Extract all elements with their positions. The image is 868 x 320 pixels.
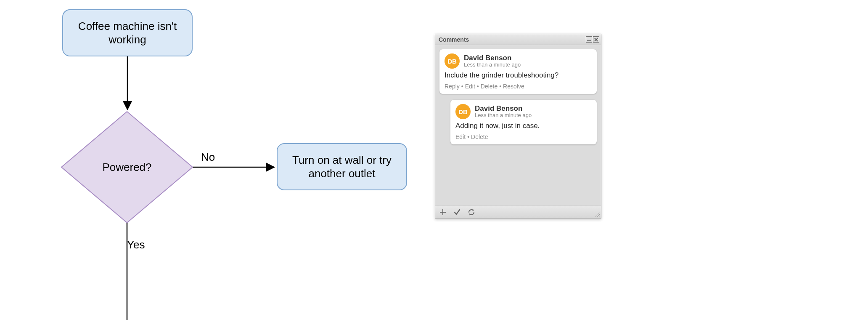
avatar-initials: DB: [458, 108, 468, 115]
comments-body: DB David Benson Less than a minute ago I…: [435, 45, 601, 205]
comments-footer: [435, 205, 601, 219]
refresh-button[interactable]: [467, 208, 476, 216]
flowchart-node-decision[interactable]: Powered?: [61, 111, 193, 223]
comment-actions: Edit•Delete: [455, 133, 592, 140]
svg-line-6: [598, 216, 600, 217]
delete-button[interactable]: Delete: [481, 83, 498, 90]
edit-button[interactable]: Edit: [465, 83, 475, 90]
resize-handle[interactable]: [594, 212, 600, 218]
avatar: DB: [445, 53, 460, 69]
comment-time: Less than a minute ago: [464, 62, 521, 68]
flowchart-node-decision-label: Powered?: [102, 161, 151, 174]
minimize-icon[interactable]: [586, 36, 592, 43]
plus-icon: [439, 209, 446, 216]
comment-time: Less than a minute ago: [475, 112, 532, 119]
svg-line-5: [597, 214, 600, 217]
flowchart-node-start-label: Coffee machine isn't working: [69, 19, 186, 47]
flowchart-node-action-turnon[interactable]: Turn on at wall or try another outlet: [277, 143, 407, 190]
comment-card-reply[interactable]: DB David Benson Less than a minute ago A…: [450, 100, 597, 144]
close-icon[interactable]: [593, 36, 599, 43]
flowchart-node-action-turnon-label: Turn on at wall or try another outlet: [283, 153, 400, 181]
avatar: DB: [455, 104, 471, 119]
check-icon: [453, 208, 461, 216]
comments-panel[interactable]: Comments DB David Benson Less than a min…: [435, 34, 601, 219]
refresh-icon: [468, 208, 475, 216]
flowchart-edge-no-label: No: [201, 151, 215, 164]
comments-title-bar[interactable]: Comments: [435, 34, 601, 45]
comment-text: Adding it now, just in case.: [455, 122, 592, 130]
comment-text: Include the grinder troubleshooting?: [445, 71, 592, 80]
resolve-button[interactable]: Resolve: [503, 83, 524, 90]
add-comment-button[interactable]: [439, 208, 447, 216]
flowchart-node-start[interactable]: Coffee machine isn't working: [62, 9, 193, 56]
comment-actions: Reply•Edit•Delete•Resolve: [445, 83, 592, 90]
resize-grip-icon: [594, 212, 600, 218]
comment-card[interactable]: DB David Benson Less than a minute ago I…: [439, 49, 597, 94]
delete-button[interactable]: Delete: [471, 133, 488, 140]
comment-author: David Benson: [475, 104, 532, 113]
comment-author: David Benson: [464, 54, 521, 62]
flowchart-canvas: Coffee machine isn't working Powered? No…: [0, 0, 868, 320]
comments-title: Comments: [439, 36, 585, 43]
flowchart-edge-yes-label: Yes: [127, 238, 145, 251]
resolve-all-button[interactable]: [453, 208, 461, 216]
edit-button[interactable]: Edit: [455, 133, 466, 140]
avatar-initials: DB: [447, 58, 457, 65]
reply-button[interactable]: Reply: [445, 83, 460, 90]
